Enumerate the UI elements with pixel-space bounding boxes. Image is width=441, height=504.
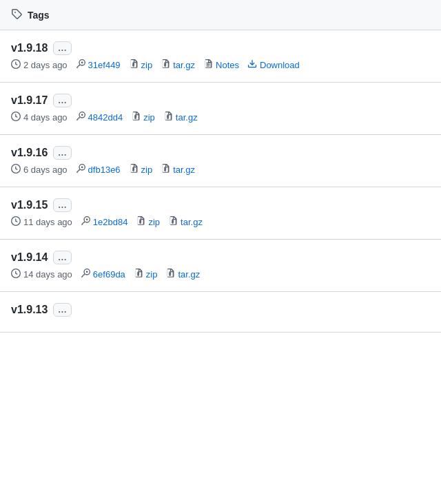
release-item: v1.9.14 ... 14 days ago 6ef69da zip tar.… xyxy=(0,240,441,292)
zip-download[interactable]: zip xyxy=(141,60,153,70)
file-icon xyxy=(136,216,145,228)
key-icon xyxy=(76,164,85,176)
zip-download[interactable]: zip xyxy=(143,112,155,123)
version-row: v1.9.16 ... xyxy=(11,146,430,160)
file-archive-icon xyxy=(161,164,170,176)
time-ago: 11 days ago xyxy=(11,216,72,228)
commit-hash: 1e2bd84 xyxy=(81,216,128,228)
clock-icon xyxy=(11,59,21,71)
file-icon xyxy=(131,112,141,123)
key-icon xyxy=(81,216,90,228)
zip-link: zip xyxy=(136,216,160,228)
more-options-button[interactable]: ... xyxy=(53,41,72,55)
targz-link: tar.gz xyxy=(161,59,195,71)
commit-hash: dfb13e6 xyxy=(76,164,121,176)
version-link[interactable]: v1.9.14 xyxy=(11,251,48,264)
releases-list: v1.9.18 ... 2 days ago 31ef449 zip tar.g… xyxy=(0,30,441,333)
more-options-button[interactable]: ... xyxy=(53,251,72,264)
zip-download[interactable]: zip xyxy=(146,269,158,280)
key-icon xyxy=(76,59,85,71)
version-row: v1.9.17 ... xyxy=(11,94,430,107)
targz-download[interactable]: tar.gz xyxy=(173,60,195,70)
commit-hash: 6ef69da xyxy=(81,269,125,280)
version-link[interactable]: v1.9.17 xyxy=(11,94,48,107)
meta-row: 6 days ago dfb13e6 zip tar.gz xyxy=(11,164,430,176)
version-link[interactable]: v1.9.15 xyxy=(11,199,48,211)
targz-link: tar.gz xyxy=(168,216,203,228)
commit-hash: 4842dd4 xyxy=(76,112,123,123)
version-link[interactable]: v1.9.18 xyxy=(11,42,48,54)
meta-row: 14 days ago 6ef69da zip tar.gz xyxy=(11,269,430,280)
targz-download[interactable]: tar.gz xyxy=(178,269,200,280)
version-row: v1.9.14 ... xyxy=(11,251,430,264)
more-options-button[interactable]: ... xyxy=(53,146,72,160)
release-item: v1.9.18 ... 2 days ago 31ef449 zip tar.g… xyxy=(0,30,441,83)
targz-link: tar.gz xyxy=(163,112,198,123)
clock-icon xyxy=(11,269,21,280)
tags-header-label: Tags xyxy=(28,10,50,21)
version-link[interactable]: v1.9.16 xyxy=(11,147,48,159)
commit-link[interactable]: dfb13e6 xyxy=(88,165,121,175)
file-archive-icon xyxy=(163,112,173,123)
time-ago: 6 days ago xyxy=(11,164,68,176)
release-item: v1.9.13 ... xyxy=(0,292,441,333)
zip-link: zip xyxy=(129,164,153,176)
doc-icon xyxy=(203,59,213,71)
targz-download[interactable]: tar.gz xyxy=(176,112,198,123)
targz-download[interactable]: tar.gz xyxy=(173,165,195,175)
targz-link: tar.gz xyxy=(161,164,195,176)
release-item: v1.9.17 ... 4 days ago 4842dd4 zip tar.g… xyxy=(0,83,441,135)
file-archive-icon xyxy=(165,269,175,280)
notes-button[interactable]: Notes xyxy=(216,60,239,70)
clock-icon xyxy=(11,164,21,176)
meta-row: 2 days ago 31ef449 zip tar.gz Notes xyxy=(11,59,430,71)
meta-row: 4 days ago 4842dd4 zip tar.gz xyxy=(11,112,430,123)
commit-hash: 31ef449 xyxy=(76,59,121,71)
file-icon xyxy=(129,164,139,176)
commit-link[interactable]: 1e2bd84 xyxy=(93,217,128,227)
download-link: Download xyxy=(247,59,300,71)
zip-link: zip xyxy=(129,59,153,71)
time-ago: 14 days ago xyxy=(11,269,72,280)
zip-link: zip xyxy=(131,112,155,123)
time-ago: 4 days ago xyxy=(11,112,68,123)
zip-link: zip xyxy=(134,269,158,280)
tag-icon xyxy=(11,8,22,21)
key-icon xyxy=(76,112,85,123)
file-archive-icon xyxy=(161,59,170,71)
meta-row: 11 days ago 1e2bd84 zip tar.gz xyxy=(11,216,430,228)
version-row: v1.9.18 ... xyxy=(11,41,430,55)
clock-icon xyxy=(11,112,21,123)
more-options-button[interactable]: ... xyxy=(53,198,72,212)
commit-link[interactable]: 6ef69da xyxy=(93,269,125,280)
clock-icon xyxy=(11,216,21,228)
key-icon xyxy=(81,269,90,280)
release-item: v1.9.16 ... 6 days ago dfb13e6 zip tar.g… xyxy=(0,135,441,187)
version-row: v1.9.13 ... xyxy=(11,303,430,317)
commit-link[interactable]: 4842dd4 xyxy=(88,112,123,123)
targz-link: tar.gz xyxy=(165,269,200,280)
file-archive-icon xyxy=(168,216,178,228)
targz-download[interactable]: tar.gz xyxy=(181,217,203,227)
version-row: v1.9.15 ... xyxy=(11,198,430,212)
tags-header: Tags xyxy=(0,0,441,30)
file-icon xyxy=(129,59,139,71)
release-item: v1.9.15 ... 11 days ago 1e2bd84 zip tar.… xyxy=(0,187,441,240)
commit-link[interactable]: 31ef449 xyxy=(88,60,121,70)
time-ago: 2 days ago xyxy=(11,59,68,71)
more-options-button[interactable]: ... xyxy=(53,303,72,317)
file-icon xyxy=(134,269,143,280)
more-options-button[interactable]: ... xyxy=(53,94,72,107)
download-button[interactable]: Download xyxy=(260,60,300,70)
notes-link: Notes xyxy=(203,59,239,71)
zip-download[interactable]: zip xyxy=(141,165,153,175)
download-icon xyxy=(247,59,257,71)
version-link[interactable]: v1.9.13 xyxy=(11,304,48,316)
zip-download[interactable]: zip xyxy=(148,217,160,227)
